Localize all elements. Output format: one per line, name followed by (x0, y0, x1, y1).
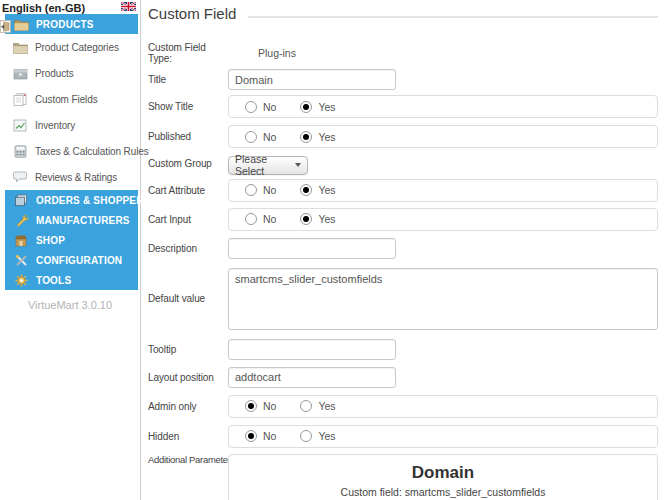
chart-board-icon (12, 118, 28, 132)
sidebar-item-label: CONFIGURATION (36, 255, 122, 266)
custom-field-form: Custom Field Type: Plug-ins Title Show T… (148, 42, 658, 500)
sidebar-item-label: PRODUCTS (36, 19, 94, 30)
cart-attribute-no-radio[interactable] (245, 184, 257, 196)
box-icon (12, 66, 28, 80)
sidebar: English (en-GB) PRODUCTS (0, 0, 141, 500)
published-no-radio[interactable] (245, 131, 257, 143)
title-input[interactable] (228, 69, 396, 90)
sidebar-item-custom-fields[interactable]: Custom Fields (0, 86, 140, 112)
form-row-cart-attribute: Cart Attribute No Yes (148, 179, 658, 202)
cart-input-label: Cart Input (148, 214, 228, 225)
parameters-preview-title: Domain (233, 462, 653, 483)
speech-bubble-icon (12, 170, 28, 184)
custom-group-select[interactable]: Please Select (228, 156, 308, 175)
description-label: Description (148, 243, 228, 254)
gear-icon (13, 273, 29, 287)
form-row-hidden: Hidden No Yes (148, 425, 658, 448)
hidden-yes-radio[interactable] (300, 430, 312, 442)
form-row-cart-input: Cart Input No Yes (148, 208, 658, 231)
cart-attribute-yes-radio[interactable] (300, 184, 312, 196)
form-row-custom-field-type: Custom Field Type: Plug-ins (148, 42, 658, 64)
default-value-textarea[interactable]: smartcms_slider_customfields (228, 268, 658, 330)
description-input[interactable] (228, 238, 396, 259)
cart-attribute-no-label: No (263, 184, 276, 196)
calculator-icon (12, 144, 28, 158)
admin-only-no-radio[interactable] (245, 400, 257, 412)
form-row-additional-parameters: Additional Parameters Domain Custom fiel… (148, 454, 658, 500)
cart-input-yes-radio[interactable] (300, 213, 312, 225)
published-no-label: No (263, 131, 276, 143)
hidden-radio-group: No Yes (228, 425, 658, 448)
sidebar-item-label: Product Categories (35, 42, 119, 53)
show-title-label: Show Title (148, 101, 228, 112)
admin-only-radio-group: No Yes (228, 395, 658, 418)
sidebar-item-inventory[interactable]: Inventory (0, 112, 140, 138)
heading-rule (248, 16, 658, 18)
sidebar-item-products-header[interactable]: PRODUCTS (5, 14, 138, 34)
show-title-yes-label: Yes (318, 101, 335, 113)
sidebar-item-label: SHOP (36, 235, 65, 246)
show-title-radio-group: No Yes (228, 95, 658, 118)
sidebar-item-label: Inventory (35, 120, 75, 131)
hidden-no-radio[interactable] (245, 430, 257, 442)
hidden-label: Hidden (148, 431, 228, 442)
main-content: Custom Field Custom Field Type: Plug-ins… (141, 0, 664, 500)
cart-input-radio-group: No Yes (228, 208, 658, 231)
sidebar-item-orders-shoppers[interactable]: ORDERS & SHOPPERS (5, 190, 138, 210)
form-row-tooltip: Tooltip (148, 339, 658, 360)
custom-field-type-label: Custom Field Type: (148, 42, 228, 64)
cart-attribute-radio-group: No Yes (228, 179, 658, 202)
folder-icon (13, 17, 29, 31)
admin-only-yes-label: Yes (318, 400, 335, 412)
show-title-no-label: No (263, 101, 276, 113)
published-label: Published (148, 131, 228, 142)
folder-icon (12, 40, 28, 54)
sidebar-item-manufacturers[interactable]: MANUFACTURERS (5, 210, 138, 230)
tooltip-input[interactable] (228, 339, 396, 360)
cart-attribute-label: Cart Attribute (148, 185, 228, 196)
exit-door-icon[interactable] (0, 20, 11, 35)
sidebar-item-reviews[interactable]: Reviews & Ratings (0, 164, 140, 190)
admin-only-no-label: No (263, 400, 276, 412)
cart-input-no-radio[interactable] (245, 213, 257, 225)
cart-input-yes-label: Yes (318, 213, 335, 225)
default-value-label: Default value (148, 293, 228, 304)
page-title: Custom Field (148, 5, 236, 22)
layout-position-label: Layout position (148, 372, 228, 383)
wrench-icon (13, 213, 29, 227)
sidebar-item-product-categories[interactable]: Product Categories (0, 34, 140, 60)
tooltip-label: Tooltip (148, 344, 228, 355)
additional-parameters-label: Additional Parameters (148, 454, 228, 465)
form-row-layout-position: Layout position (148, 367, 658, 388)
custom-group-selected-value: Please Select (235, 153, 295, 177)
published-radio-group: No Yes (228, 125, 658, 148)
sidebar-item-shop[interactable]: SHOP (5, 230, 138, 250)
published-yes-radio[interactable] (300, 131, 312, 143)
form-row-description: Description (148, 238, 658, 259)
admin-only-label: Admin only (148, 401, 228, 412)
custom-field-type-value: Plug-ins (258, 47, 296, 59)
layout-position-input[interactable] (228, 367, 396, 388)
sidebar-item-label: Custom Fields (35, 94, 98, 105)
crossed-tools-icon (13, 253, 29, 267)
sidebar-item-label: Taxes & Calculation Rules (35, 146, 149, 157)
sidebar-item-label: Products (35, 68, 74, 79)
sidebar-item-label: Reviews & Ratings (35, 172, 117, 183)
hidden-yes-label: Yes (318, 430, 335, 442)
sidebar-item-taxes[interactable]: Taxes & Calculation Rules (0, 138, 140, 164)
sidebar-item-products[interactable]: Products (0, 60, 140, 86)
language-bar: English (en-GB) (0, 0, 140, 14)
sidebar-item-tools[interactable]: TOOLS (5, 270, 138, 290)
additional-parameters-box: Domain Custom field: smartcms_slider_cus… (228, 454, 658, 500)
sidebar-item-label: ORDERS & SHOPPERS (36, 195, 151, 206)
show-title-yes-radio[interactable] (300, 101, 312, 113)
show-title-no-radio[interactable] (245, 101, 257, 113)
language-label: English (en-GB) (2, 2, 85, 14)
admin-only-yes-radio[interactable] (300, 400, 312, 412)
custom-group-label: Custom Group (148, 158, 228, 169)
form-row-show-title: Show Title No Yes (148, 95, 658, 118)
form-row-title: Title (148, 69, 658, 90)
caret-down-icon (295, 163, 301, 167)
sidebar-item-configuration[interactable]: CONFIGURATION (5, 250, 138, 270)
cart-input-no-label: No (263, 213, 276, 225)
